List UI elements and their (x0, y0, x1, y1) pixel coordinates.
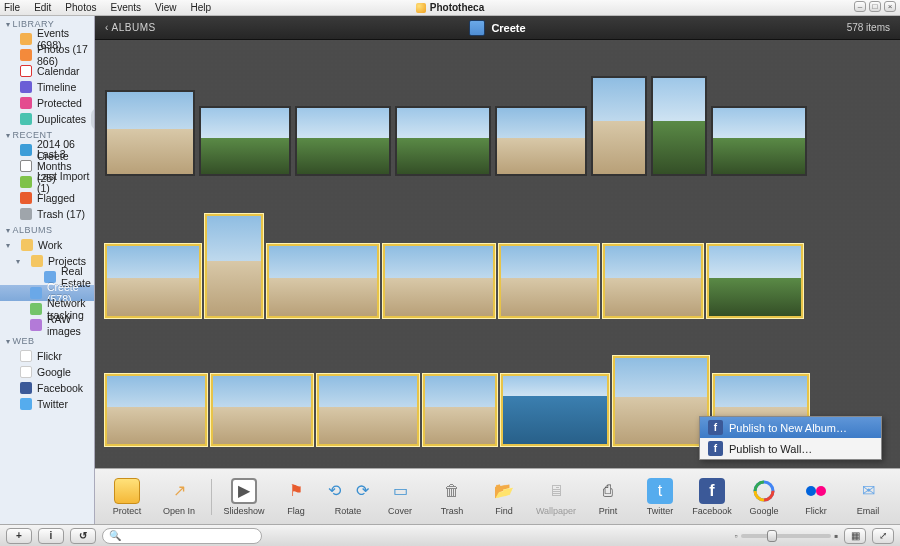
photo-grid[interactable]: fPublish to New Album…fPublish to Wall… (95, 40, 900, 468)
menu-events[interactable]: Events (111, 2, 142, 13)
info-button[interactable]: i (38, 528, 64, 544)
search-input[interactable] (124, 530, 255, 541)
photo-thumbnail[interactable] (501, 374, 609, 446)
zoom-in-icon[interactable]: ▪ (834, 529, 838, 543)
sidebar-item[interactable]: Twitter (0, 396, 94, 412)
wallpaper-button: 🖥Wallpaper (534, 478, 578, 516)
photo-thumbnail[interactable] (395, 106, 491, 176)
photo-thumbnail[interactable] (267, 244, 379, 318)
trash-icon (20, 208, 32, 220)
menubar: File Edit Photos Events View Help Photot… (0, 0, 900, 16)
photo-thumbnail[interactable] (707, 244, 803, 318)
sidebar-item[interactable]: Last Import (1) (0, 174, 94, 190)
disclosure-triangle-icon[interactable]: ▾ (6, 241, 14, 250)
twitter-icon: t (647, 478, 673, 504)
flag-button[interactable]: ⚑Flag (274, 478, 318, 516)
print-button[interactable]: ⎙Print (586, 478, 630, 516)
photo-thumbnail[interactable] (383, 244, 495, 318)
find-button[interactable]: 📂Find (482, 478, 526, 516)
photo-thumbnail[interactable] (651, 76, 707, 176)
twitter-button[interactable]: tTwitter (638, 478, 682, 516)
sidebar-item[interactable]: Flickr (0, 348, 94, 364)
album-header: ‹ ALBUMS Creete 578 items (95, 16, 900, 40)
menu-file[interactable]: File (4, 2, 20, 13)
close-button[interactable]: × (884, 1, 896, 12)
photo-thumbnail[interactable] (105, 374, 207, 446)
timeline-icon (20, 81, 32, 93)
sidebar-item-label: Protected (37, 97, 82, 109)
sidebar: ▾LIBRARYEvents (698)Photos (17 866)Calen… (0, 16, 95, 524)
rotate-right-icon[interactable]: ⟳ (349, 478, 375, 504)
search-field[interactable]: 🔍 (102, 528, 262, 544)
cover-button[interactable]: ▭Cover (378, 478, 422, 516)
slideshow-button[interactable]: ▶Slideshow (222, 478, 266, 516)
photo-thumbnail[interactable] (211, 374, 313, 446)
add-button[interactable]: + (6, 528, 32, 544)
sidebar-item-label: Work (38, 239, 62, 251)
photo-thumbnail[interactable] (317, 374, 419, 446)
menu-edit[interactable]: Edit (34, 2, 51, 13)
google-icon (20, 366, 32, 378)
sync-button[interactable]: ↺ (70, 528, 96, 544)
photo-thumbnail[interactable] (205, 214, 263, 318)
context-menu-item[interactable]: fPublish to Wall… (700, 438, 881, 459)
menu-view[interactable]: View (155, 2, 177, 13)
photo-thumbnail[interactable] (295, 106, 391, 176)
photo-thumbnail[interactable] (711, 106, 807, 176)
rotate-left-icon[interactable]: ⟲ (321, 478, 347, 504)
photo-thumbnail[interactable] (499, 244, 599, 318)
protected-icon (20, 97, 32, 109)
rotate-button[interactable]: ⟲⟳Rotate (326, 478, 370, 516)
open-in-button[interactable]: ↗Open In (157, 478, 201, 516)
view-mode-expand[interactable]: ⤢ (872, 528, 894, 544)
toolbar-label: Facebook (692, 506, 732, 516)
sidebar-item[interactable]: Protected (0, 95, 94, 111)
email-button[interactable]: ✉Email (846, 478, 890, 516)
status-bar: + i ↺ 🔍 ▫ ▪ ▦ ⤢ (0, 524, 900, 546)
email-icon: ✉ (855, 478, 881, 504)
photo-thumbnail[interactable] (199, 106, 291, 176)
sidebar-item[interactable]: Timeline (0, 79, 94, 95)
zoom-out-icon[interactable]: ▫ (735, 531, 738, 541)
toolbar-label: Rotate (335, 506, 362, 516)
sidebar-item[interactable]: ▾Work (0, 237, 94, 253)
facebook-button[interactable]: fFacebook (690, 478, 734, 516)
sidebar-item[interactable]: Duplicates8 519 (0, 111, 94, 127)
flickr-button[interactable]: Flickr (794, 478, 838, 516)
photo-thumbnail[interactable] (495, 106, 587, 176)
sidebar-section-title[interactable]: ▾ALBUMS (0, 222, 94, 237)
trash-button[interactable]: 🗑Trash (430, 478, 474, 516)
sidebar-item[interactable]: Photos (17 866) (0, 47, 94, 63)
maximize-button[interactable]: □ (869, 1, 881, 12)
sidebar-item[interactable]: Trash (17) (0, 206, 94, 222)
photo-thumbnail[interactable] (613, 356, 709, 446)
sidebar-item-label: Calendar (37, 65, 80, 77)
twitter-icon (20, 398, 32, 410)
photo-thumbnail[interactable] (603, 244, 703, 318)
toolbar-separator (211, 479, 212, 515)
zoom-slider[interactable]: ▫ ▪ (735, 529, 838, 543)
sidebar-item[interactable]: Facebook (0, 380, 94, 396)
protect-button[interactable]: Protect (105, 478, 149, 516)
minimize-button[interactable]: – (854, 1, 866, 12)
context-menu-item[interactable]: fPublish to New Album… (700, 417, 881, 438)
photo-thumbnail[interactable] (105, 244, 201, 318)
zoom-knob[interactable] (767, 530, 777, 542)
menu-help[interactable]: Help (191, 2, 212, 13)
sidebar-item[interactable]: Calendar (0, 63, 94, 79)
photos-icon (20, 49, 32, 61)
menu-photos[interactable]: Photos (65, 2, 96, 13)
duplicates-icon (20, 113, 32, 125)
album-green-icon (30, 303, 42, 315)
sidebar-item[interactable]: Google (0, 364, 94, 380)
photo-thumbnail[interactable] (591, 76, 647, 176)
google-button[interactable]: Google (742, 478, 786, 516)
photo-thumbnail[interactable] (105, 90, 195, 176)
events-icon (20, 33, 32, 45)
disclosure-triangle-icon[interactable]: ▾ (16, 257, 24, 266)
view-mode-grid[interactable]: ▦ (844, 528, 866, 544)
zoom-track[interactable] (741, 534, 831, 538)
sidebar-item[interactable]: RAW images (0, 317, 94, 333)
photo-thumbnail[interactable] (423, 374, 497, 446)
action-toolbar: Protect↗Open In▶Slideshow⚑Flag⟲⟳Rotate▭C… (95, 468, 900, 524)
